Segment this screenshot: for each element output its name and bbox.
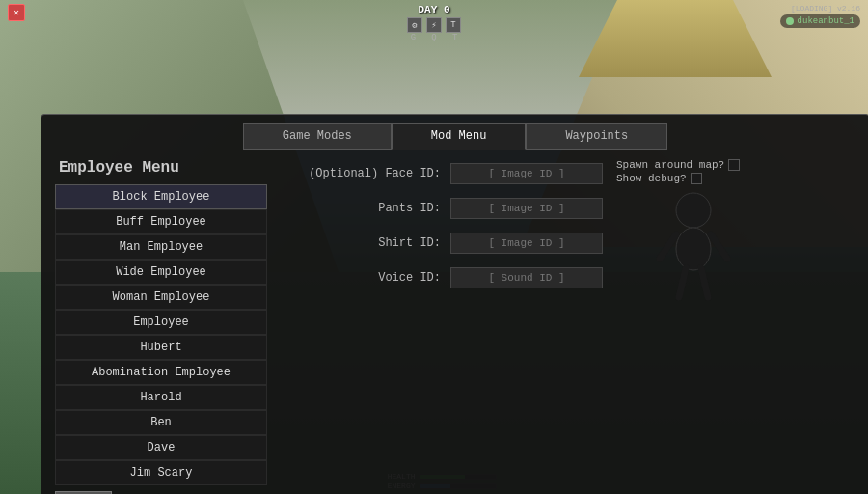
loading-text: [LOADING] v2.16 <box>791 4 860 13</box>
menu-panel: Game Modes Mod Menu Waypoints Employee M… <box>41 114 868 494</box>
employee-item-block[interactable]: Block Employee <box>55 184 267 209</box>
employee-item-ben[interactable]: Ben <box>55 410 267 435</box>
svg-line-5 <box>701 268 708 297</box>
svg-point-0 <box>676 193 711 228</box>
tab-mod-menu[interactable]: Mod Menu <box>392 123 527 150</box>
tab-waypoints[interactable]: Waypoints <box>526 123 667 150</box>
svg-line-4 <box>679 268 686 297</box>
shirt-id-input[interactable] <box>450 233 603 254</box>
employee-list: Block EmployeeBuff EmployeeMan EmployeeW… <box>55 184 267 485</box>
hud-day: DAY 0 ⚙ ⚡ T G Q T <box>407 4 461 42</box>
employee-item-jim[interactable]: Jim Scary <box>55 460 267 485</box>
employee-item-woman[interactable]: Woman Employee <box>55 285 267 310</box>
pants-id-row: Pants ID: <box>286 198 603 219</box>
employee-item-dave[interactable]: Dave <box>55 435 267 460</box>
user-name: dukeanbut_1 <box>798 16 854 26</box>
fields-column: (Optional) Face ID: Pants ID: Shirt ID: … <box>286 159 603 494</box>
lightning-icon[interactable]: ⚡ <box>426 17 442 33</box>
spawn-options: Spawn around map? Show debug? <box>616 159 740 184</box>
employee-item-abomination[interactable]: Abomination Employee <box>55 360 267 385</box>
voice-id-label: Voice ID: <box>286 271 441 285</box>
face-id-row: (Optional) Face ID: <box>286 163 603 184</box>
svg-point-1 <box>676 228 711 270</box>
right-side: Spawn around map? Show debug? <box>616 159 809 494</box>
spawn-around-map-row: Spawn around map? <box>616 159 740 171</box>
face-id-input[interactable] <box>450 163 603 184</box>
employee-menu-title: Employee Menu <box>55 159 267 177</box>
tab-game-modes[interactable]: Game Modes <box>243 123 392 150</box>
hotkeys-label: G Q T <box>411 33 458 42</box>
employee-item-man[interactable]: Man Employee <box>55 234 267 260</box>
show-debug-checkbox[interactable] <box>691 173 702 184</box>
shirt-id-label: Shirt ID: <box>286 236 441 250</box>
pants-id-input[interactable] <box>450 198 603 219</box>
hud-icons: ⚙ ⚡ T <box>407 17 461 33</box>
pants-id-label: Pants ID: <box>286 202 441 215</box>
spawn-around-map-label: Spawn around map? <box>616 159 724 171</box>
gear-icon[interactable]: ⚙ <box>407 17 422 33</box>
tabs-row: Game Modes Mod Menu Waypoints <box>41 115 868 150</box>
show-debug-label: Show debug? <box>616 173 687 184</box>
spawn-around-map-checkbox[interactable] <box>728 159 740 171</box>
employee-item-hubert[interactable]: Hubert <box>55 335 267 360</box>
hud-user: dukeanbut_1 <box>780 14 860 28</box>
employee-item-harold[interactable]: Harold <box>55 385 267 410</box>
menu-content: Employee Menu Block EmployeeBuff Employe… <box>41 150 868 494</box>
user-status-dot <box>786 17 794 25</box>
employee-item-employee[interactable]: Employee <box>55 310 267 335</box>
character-preview <box>616 196 771 312</box>
shirt-id-row: Shirt ID: <box>286 233 603 254</box>
employee-item-buff[interactable]: Buff Employee <box>55 209 267 234</box>
employee-item-wide[interactable]: Wide Employee <box>55 260 267 285</box>
close-button[interactable]: ✕ <box>8 4 25 21</box>
character-silhouette <box>645 191 742 316</box>
hud-top: ✕ DAY 0 ⚙ ⚡ T G Q T [LOADING] v2.16 duke… <box>0 0 868 32</box>
voice-id-row: Voice ID: <box>286 267 603 288</box>
svg-line-3 <box>711 234 727 259</box>
voice-id-input[interactable] <box>450 267 603 288</box>
employee-list-panel: Employee Menu Block EmployeeBuff Employe… <box>55 159 267 494</box>
main-right: (Optional) Face ID: Pants ID: Shirt ID: … <box>286 159 809 494</box>
day-label: DAY 0 <box>418 4 449 15</box>
svg-line-2 <box>660 234 676 259</box>
face-id-label: (Optional) Face ID: <box>286 167 441 180</box>
wrench-icon[interactable]: T <box>446 17 461 33</box>
show-debug-row: Show debug? <box>616 173 740 184</box>
